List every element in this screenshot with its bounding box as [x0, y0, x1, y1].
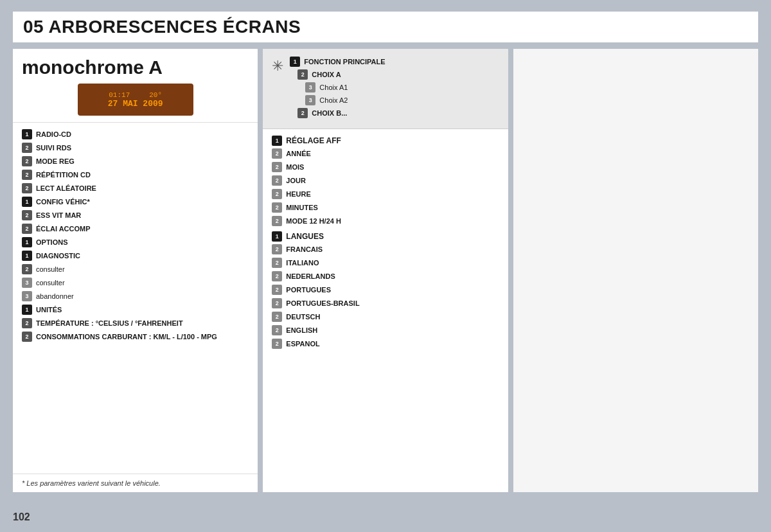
- list-item: 2ANNÉE: [272, 148, 499, 159]
- badge: 2: [297, 108, 308, 118]
- badge: 2: [272, 339, 282, 349]
- display-temp: 20°: [149, 91, 162, 99]
- menu-item-text: JOUR: [286, 177, 306, 184]
- menu-item-text: ESS VIT MAR: [36, 211, 81, 219]
- menu-item-text: consulter: [36, 279, 65, 287]
- tree-item: 2CHOIX B...: [290, 108, 385, 118]
- menu-item-text: DEUTSCH: [286, 313, 320, 321]
- menu-item-text: MOIS: [286, 163, 304, 171]
- badge: 2: [22, 170, 32, 180]
- list-item: 2ITALIANO: [272, 258, 499, 268]
- badge: 1: [272, 231, 282, 242]
- badge: 2: [272, 148, 282, 159]
- mid-column: ✳ 1FONCTION PRINCIPALE2CHOIX A3Choix A13…: [263, 49, 508, 492]
- menu-item-text: RADIO-CD: [36, 130, 71, 138]
- tree-item-text: CHOIX B...: [312, 109, 347, 117]
- list-item: 1OPTIONS: [22, 237, 249, 247]
- list-item: 2LECT ALÉATOIRE: [22, 183, 249, 193]
- list-item: 2RÉPÉTITION CD: [22, 170, 249, 180]
- list-item: 2DEUTSCH: [272, 312, 499, 322]
- tree-item: 3Choix A1: [290, 82, 385, 93]
- list-item: 2MINUTES: [272, 202, 499, 213]
- badge: 1: [22, 251, 32, 261]
- badge: 1: [290, 57, 300, 67]
- display-top: 01:17 20°: [109, 91, 162, 99]
- badge: 2: [272, 216, 282, 226]
- list-item: 2MODE REG: [22, 156, 249, 166]
- tree-item-text: CHOIX A: [312, 71, 341, 78]
- menu-item-text: ÉCLAI ACCOMP: [36, 225, 91, 233]
- menu-item-text: PORTUGUES-BRASIL: [286, 299, 359, 307]
- badge: 3: [305, 95, 315, 105]
- menu-item-text: PORTUGUES: [286, 286, 331, 294]
- badge: 2: [272, 285, 282, 295]
- menu-item-text: SUIVI RDS: [36, 144, 71, 152]
- badge: 2: [22, 264, 32, 274]
- menu-item-text: ESPANOL: [286, 340, 319, 348]
- menu-item-text: OPTIONS: [36, 238, 68, 246]
- title-bar: 05 ARBORESCENCES ÉCRANS: [13, 12, 758, 42]
- list-item: 2HEURE: [272, 189, 499, 199]
- page-title: 05 ARBORESCENCES ÉCRANS: [23, 17, 301, 37]
- list-item: 2JOUR: [272, 175, 499, 186]
- menu-item-text: RÉPÉTITION CD: [36, 171, 91, 179]
- list-item: 3abandonner: [22, 291, 249, 301]
- menu-item-text: MODE REG: [36, 157, 75, 165]
- mid-menu-sections: 1RÉGLAGE AFF2ANNÉE2MOIS2JOUR2HEURE2MINUT…: [263, 129, 508, 492]
- badge: 2: [272, 325, 282, 335]
- badge: 3: [305, 82, 315, 93]
- badge: 2: [22, 210, 32, 220]
- badge: 3: [22, 278, 32, 288]
- section-header: 1LANGUES: [272, 231, 499, 242]
- list-item: 3consulter: [22, 278, 249, 288]
- list-item: 2TEMPÉRATURE : °CELSIUS / °FAHRENHEIT: [22, 318, 249, 328]
- menu-item-text: ENGLISH: [286, 326, 317, 334]
- badge: 2: [22, 156, 32, 166]
- menu-item-text: CONSOMMATIONS CARBURANT : KM/L - L/100 -…: [36, 333, 217, 341]
- badge: 2: [297, 69, 308, 80]
- menu-item-text: ITALIANO: [286, 259, 319, 267]
- menu-item-text: ANNÉE: [286, 150, 311, 157]
- left-menu-list: 1RADIO-CD2SUIVI RDS2MODE REG2RÉPÉTITION …: [13, 123, 258, 474]
- monochrome-header: monochrome A 01:17 20° 27 MAI 2009: [13, 49, 258, 123]
- badge: 2: [272, 189, 282, 199]
- list-item: 2PORTUGUES-BRASIL: [272, 298, 499, 308]
- list-item: 2ENGLISH: [272, 325, 499, 335]
- menu-item-text: NEDERLANDS: [286, 272, 335, 280]
- tree-item-text: Choix A1: [319, 84, 348, 91]
- menu-item-text: MODE 12 H/24 H: [286, 217, 341, 225]
- top-section-mid: ✳ 1FONCTION PRINCIPALE2CHOIX A3Choix A13…: [263, 49, 508, 129]
- badge: 3: [22, 291, 32, 301]
- badge: 2: [272, 175, 282, 186]
- menu-item-text: FRANCAIS: [286, 245, 323, 253]
- menu-item-text: UNITÉS: [36, 306, 62, 314]
- list-item: 2MOIS: [272, 162, 499, 172]
- list-item: 1RADIO-CD: [22, 129, 249, 139]
- tree-item: 3Choix A2: [290, 95, 385, 105]
- section-block: 1RÉGLAGE AFF2ANNÉE2MOIS2JOUR2HEURE2MINUT…: [272, 136, 499, 226]
- list-item: 2NEDERLANDS: [272, 271, 499, 281]
- list-item: 2ÉCLAI ACCOMP: [22, 224, 249, 234]
- list-item: 2FRANCAIS: [272, 244, 499, 254]
- badge: 1: [272, 136, 282, 146]
- badge: 2: [272, 312, 282, 322]
- badge: 2: [272, 202, 282, 213]
- display-date: 27 MAI 2009: [108, 99, 163, 109]
- badge: 2: [22, 143, 32, 153]
- list-item: 2PORTUGUES: [272, 285, 499, 295]
- monochrome-title: monochrome A: [22, 57, 249, 78]
- menu-item-text: consulter: [36, 265, 65, 273]
- list-item: 2CONSOMMATIONS CARBURANT : KM/L - L/100 …: [22, 332, 249, 342]
- list-item: 2MODE 12 H/24 H: [272, 216, 499, 226]
- right-column: [513, 49, 758, 492]
- badge: 1: [22, 197, 32, 207]
- tree-item-text: Choix A2: [319, 96, 348, 104]
- section-title: RÉGLAGE AFF: [286, 136, 341, 145]
- list-item: 1CONFIG VÉHIC*: [22, 197, 249, 207]
- tree-menu: 1FONCTION PRINCIPALE2CHOIX A3Choix A13Ch…: [290, 57, 385, 121]
- menu-item-text: abandonner: [36, 292, 74, 300]
- badge: 2: [272, 258, 282, 268]
- badge: 2: [22, 318, 32, 328]
- list-item: 1DIAGNOSTIC: [22, 251, 249, 261]
- list-item: 2ESS VIT MAR: [22, 210, 249, 220]
